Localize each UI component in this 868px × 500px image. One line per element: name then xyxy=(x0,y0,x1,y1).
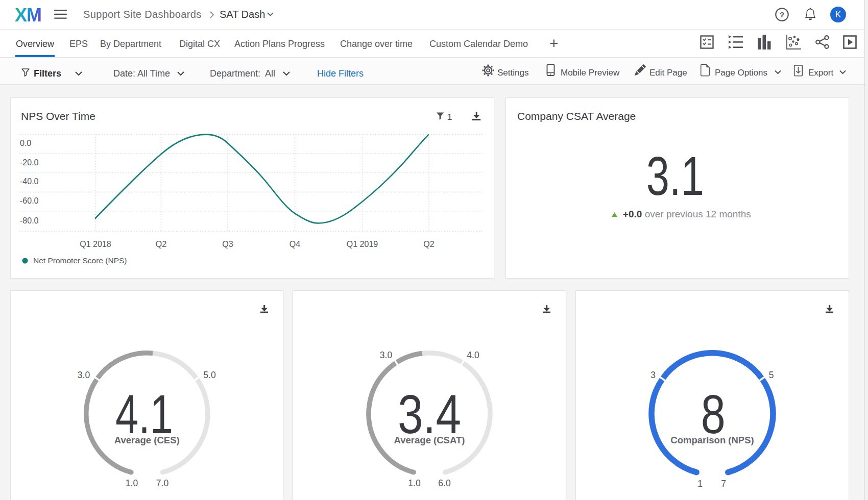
svg-text:0.0: 0.0 xyxy=(20,139,31,147)
svg-text:1.0: 1.0 xyxy=(408,478,421,488)
svg-text:?: ? xyxy=(780,10,784,19)
svg-text:Average (CSAT): Average (CSAT) xyxy=(394,435,465,445)
svg-text:Q4: Q4 xyxy=(290,240,300,248)
svg-text:Q1 2018: Q1 2018 xyxy=(80,240,111,248)
svg-text:3.0: 3.0 xyxy=(78,370,90,380)
svg-text:Net Promoter Score (NPS): Net Promoter Score (NPS) xyxy=(33,256,127,265)
svg-text:1: 1 xyxy=(697,479,703,489)
svg-text:-40.0: -40.0 xyxy=(20,177,39,186)
svg-text:Q3: Q3 xyxy=(222,240,233,248)
svg-text:-60.0: -60.0 xyxy=(20,196,39,205)
svg-text:4.0: 4.0 xyxy=(467,350,479,360)
svg-text:Comparison (NPS): Comparison (NPS) xyxy=(670,435,754,445)
svg-text:1: 1 xyxy=(447,112,452,122)
svg-text:-80.0: -80.0 xyxy=(20,216,39,225)
svg-text:7.0: 7.0 xyxy=(156,478,169,488)
svg-text:Q1 2019: Q1 2019 xyxy=(347,240,378,248)
svg-text:5.0: 5.0 xyxy=(203,370,216,380)
svg-text:3.0: 3.0 xyxy=(380,350,393,360)
svg-text:1.0: 1.0 xyxy=(126,478,138,488)
svg-text:6.0: 6.0 xyxy=(438,478,451,488)
svg-text:3: 3 xyxy=(650,370,656,380)
svg-text:Average (CES): Average (CES) xyxy=(114,435,180,445)
svg-text:Q2: Q2 xyxy=(423,240,434,248)
svg-text:7: 7 xyxy=(721,479,726,489)
svg-text:5: 5 xyxy=(769,370,774,380)
svg-text:Q2: Q2 xyxy=(156,240,166,248)
svg-text:-20.0: -20.0 xyxy=(20,158,39,167)
